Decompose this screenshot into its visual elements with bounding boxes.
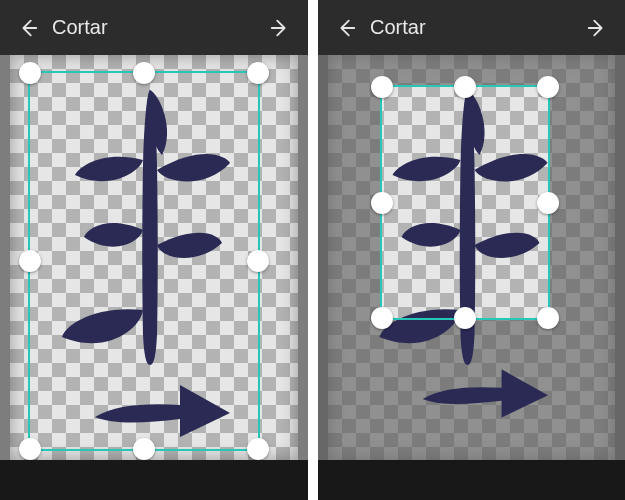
canvas-area[interactable] xyxy=(318,55,625,460)
crop-handle-top-left[interactable] xyxy=(371,76,393,98)
crop-handle-top-left[interactable] xyxy=(19,62,41,84)
canvas-area[interactable] xyxy=(0,55,308,460)
crop-handle-bottom-right[interactable] xyxy=(537,307,559,329)
crop-handle-bottom-left[interactable] xyxy=(371,307,393,329)
top-bar: Cortar xyxy=(318,0,625,55)
crop-editor-panel: Cortar xyxy=(0,0,308,500)
screen-title: Cortar xyxy=(52,16,108,39)
crop-handle-top-right[interactable] xyxy=(537,76,559,98)
screen-title: Cortar xyxy=(370,16,426,39)
crop-handle-right[interactable] xyxy=(247,250,269,272)
arrow-right-icon xyxy=(269,17,291,39)
arrow-left-icon xyxy=(335,17,357,39)
crop-handle-bottom[interactable] xyxy=(454,307,476,329)
crop-rectangle[interactable] xyxy=(28,71,260,451)
crop-rectangle[interactable] xyxy=(380,85,550,320)
crop-handle-bottom[interactable] xyxy=(133,438,155,460)
bottom-bar xyxy=(318,460,625,500)
crop-handle-bottom-left[interactable] xyxy=(19,438,41,460)
crop-handle-left[interactable] xyxy=(19,250,41,272)
back-button[interactable] xyxy=(330,12,362,44)
crop-handle-top[interactable] xyxy=(454,76,476,98)
crop-handle-right[interactable] xyxy=(537,192,559,214)
crop-handle-top[interactable] xyxy=(133,62,155,84)
top-bar: Cortar xyxy=(0,0,308,55)
confirm-button[interactable] xyxy=(581,12,613,44)
crop-editor-panel: Cortar xyxy=(318,0,625,500)
crop-handle-left[interactable] xyxy=(371,192,393,214)
confirm-button[interactable] xyxy=(264,12,296,44)
arrow-right-icon xyxy=(586,17,608,39)
crop-handle-bottom-right[interactable] xyxy=(247,438,269,460)
back-button[interactable] xyxy=(12,12,44,44)
crop-handle-top-right[interactable] xyxy=(247,62,269,84)
bottom-bar xyxy=(0,460,308,500)
arrow-left-icon xyxy=(17,17,39,39)
